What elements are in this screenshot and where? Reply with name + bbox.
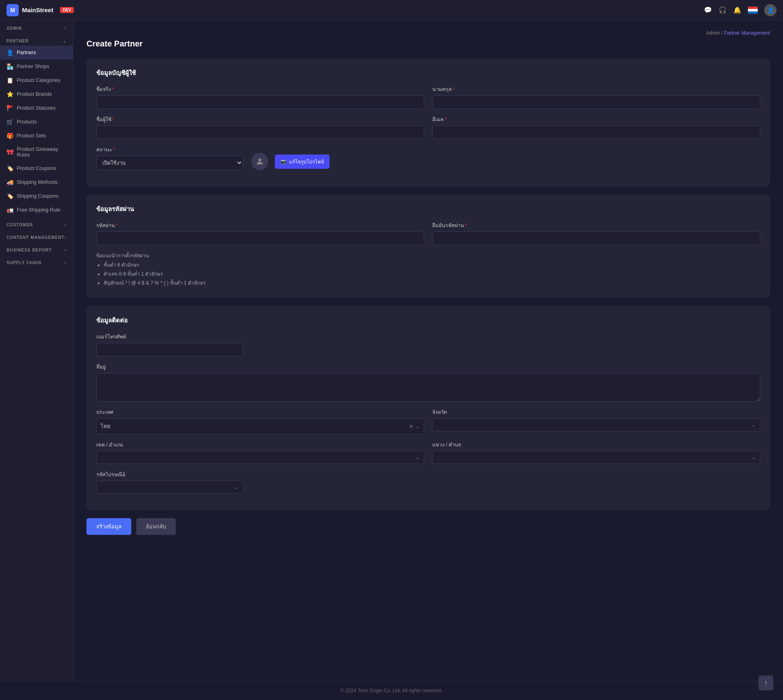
headset-icon[interactable]: 🎧 — [719, 6, 727, 14]
first-name-input[interactable] — [96, 95, 424, 109]
password-input[interactable] — [96, 232, 424, 245]
product-statuses-icon: 🚩 — [7, 105, 13, 111]
content-chevron-icon: › — [65, 235, 66, 240]
account-section-title: ข้อมูลบัญชีผู้ใช้ — [96, 68, 760, 78]
product-giveaway-icon: 🎀 — [7, 149, 13, 155]
confirm-password-input[interactable] — [432, 232, 760, 245]
username-input[interactable] — [96, 126, 424, 139]
content-section-label[interactable]: CONTENT MANAGEMENT › — [0, 230, 73, 242]
breadcrumb-current[interactable]: Partner Management — [724, 30, 770, 36]
page-title: Create Partner — [86, 39, 770, 49]
status-select[interactable]: เปิดใช้งาน ปิดใช้งาน — [96, 156, 243, 170]
back-button[interactable]: ย้อนกลับ — [136, 518, 176, 535]
district-chevron-icon: ⌄ — [416, 455, 420, 460]
edit-profile-button[interactable]: 📷 แก้ไขรูปโปรไฟล์ — [275, 155, 330, 169]
email-input[interactable] — [432, 126, 760, 139]
main-content: Admin / Partner Management Create Partne… — [73, 20, 783, 681]
admin-chevron-icon: › — [65, 26, 66, 31]
sidebar-item-label: Product Brands — [17, 91, 52, 97]
address-group: ที่อยู่ — [96, 363, 760, 402]
country-clear-icon[interactable]: ✕ — [409, 424, 413, 429]
customer-section-label[interactable]: CUSTOMER › — [0, 217, 73, 230]
sidebar-item-product-coupons[interactable]: 🏷️ Product Coupons — [0, 161, 73, 175]
password-section-title: ข้อมูลรหัสผ่าน — [96, 204, 760, 214]
business-section-label[interactable]: BUSINESS REPORT › — [0, 242, 73, 255]
sidebar-item-label: Product Giveaway Rules — [17, 146, 66, 158]
sidebar-item-partner-shops[interactable]: 🏪 Partner Shops — [0, 60, 73, 73]
sidebar-item-label: Product Sets — [17, 133, 46, 139]
contact-section: ข้อมูลติดต่อ เบอร์โทรศัพท์ ที่อยู่ ประเท… — [86, 306, 770, 510]
password-row: รหัสผ่าน* ยืนยันรหัสผ่าน* — [96, 221, 760, 245]
sidebar-item-shipping-methods[interactable]: 🚚 Shipping Methods — [0, 175, 73, 189]
supply-section-label[interactable]: SUPPLY CHAIN › — [0, 255, 73, 267]
avatar[interactable]: 👤 — [764, 4, 776, 16]
sidebar-item-label: Free Shipping Rule — [17, 207, 60, 213]
postal-select[interactable]: ⌄ — [96, 481, 243, 494]
phone-input[interactable] — [96, 343, 243, 356]
logo[interactable]: M MainStreet — [7, 4, 53, 16]
country-select[interactable]: ไทย ✕ ⌄ — [96, 418, 424, 434]
sidebar-item-label: Shipping Methods — [17, 179, 58, 185]
sidebar-item-label: Product Coupons — [17, 166, 56, 171]
province-label: จังหวัด — [432, 408, 760, 416]
camera-icon: 📷 — [281, 159, 287, 164]
admin-section-label: ADMIN › — [0, 20, 73, 33]
sidebar-item-partners[interactable]: 👤 Partners — [0, 46, 73, 60]
profile-row: 📷 แก้ไขรูปโปรไฟล์ — [251, 153, 330, 170]
product-sets-icon: 🎁 — [7, 132, 13, 139]
app-name: MainStreet — [22, 7, 53, 13]
username-email-row: ชื่อผู้ใช้* อีเมล* — [96, 115, 760, 139]
phone-label: เบอร์โทรศัพท์ — [96, 333, 243, 341]
sidebar-item-product-brands[interactable]: ⭐ Product Brands — [0, 87, 73, 101]
province-select[interactable]: ⌄ — [432, 418, 760, 431]
partner-chevron-icon: ⌄ — [63, 39, 66, 43]
last-name-input[interactable] — [432, 95, 760, 109]
env-badge: DEV — [60, 7, 74, 13]
partner-shops-icon: 🏪 — [7, 63, 13, 70]
password-group: รหัสผ่าน* — [96, 221, 424, 245]
partner-section-label[interactable]: PARTNER ⌄ — [0, 33, 73, 46]
scroll-top-button[interactable]: ↑ — [759, 676, 773, 690]
subdistrict-group: แขวง / ตำบล ⌄ — [432, 441, 760, 464]
sidebar-item-free-shipping-rule[interactable]: 🚛 Free Shipping Rule — [0, 203, 73, 217]
sidebar-item-product-statuses[interactable]: 🚩 Product Statuses — [0, 101, 73, 115]
submit-button[interactable]: สร้างข้อมูล — [86, 518, 131, 535]
chat-icon[interactable]: 💬 — [704, 6, 712, 14]
phone-group: เบอร์โทรศัพท์ — [96, 333, 243, 356]
postal-chevron-icon: ⌄ — [234, 484, 239, 490]
svg-point-0 — [258, 159, 261, 161]
free-shipping-icon: 🚛 — [7, 207, 13, 213]
district-subdistrict-row: เขต / อำเภอ ⌄ แขวง / ตำบล ⌄ — [96, 441, 760, 464]
subdistrict-chevron-icon: ⌄ — [752, 455, 756, 460]
sidebar-item-label: Shipping Coupons — [17, 193, 58, 199]
sidebar-item-label: Product Categories — [17, 77, 60, 83]
topnav: M MainStreet DEV 💬 🎧 🔔 👤 — [0, 0, 783, 20]
district-select[interactable]: ⌄ — [96, 451, 424, 464]
country-label: ประเทศ — [96, 408, 424, 416]
subdistrict-label: แขวง / ตำบล — [432, 441, 760, 449]
country-group: ประเทศ ไทย ✕ ⌄ — [96, 408, 424, 434]
sidebar-item-shipping-coupons[interactable]: 🏷️ Shipping Coupons — [0, 189, 73, 203]
partners-icon: 👤 — [7, 49, 13, 56]
status-group: สถานะ* เปิดใช้งาน ปิดใช้งาน — [96, 146, 243, 170]
bell-icon[interactable]: 🔔 — [733, 6, 741, 14]
confirm-password-label: ยืนยันรหัสผ่าน* — [432, 221, 760, 230]
products-icon: 🛒 — [7, 119, 13, 125]
address-textarea[interactable] — [96, 373, 760, 402]
country-province-row: ประเทศ ไทย ✕ ⌄ จังหวัด ⌄ — [96, 408, 760, 434]
subdistrict-select[interactable]: ⌄ — [432, 451, 760, 464]
sidebar-item-label: Partner Shops — [17, 64, 49, 69]
sidebar-item-product-giveaway-rules[interactable]: 🎀 Product Giveaway Rules — [0, 143, 73, 161]
sidebar-item-products[interactable]: 🛒 Products — [0, 115, 73, 129]
hint-1: ขั้นต่ำ 6 ตัวอักษร — [104, 261, 760, 269]
page-footer: © 2024 Tech Origin Co. Ltd. All rights r… — [0, 681, 783, 700]
breadcrumb: Admin / Partner Management — [86, 30, 770, 36]
sidebar-item-product-sets[interactable]: 🎁 Product Sets — [0, 129, 73, 143]
flag-icon[interactable] — [748, 7, 758, 14]
logo-icon: M — [7, 4, 19, 16]
form-actions: สร้างข้อมูล ย้อนกลับ — [86, 518, 770, 535]
copyright-text: © 2024 Tech Origin Co. Ltd. All rights r… — [341, 688, 442, 693]
shipping-methods-icon: 🚚 — [7, 179, 13, 185]
last-name-group: นามสกุล* — [432, 85, 760, 109]
sidebar-item-product-categories[interactable]: 📋 Product Categories — [0, 73, 73, 87]
